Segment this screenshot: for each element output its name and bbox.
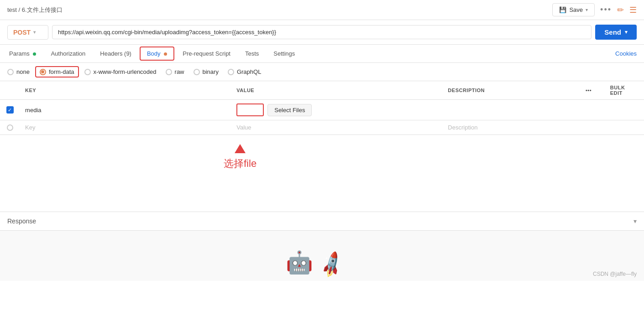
radio-binary-circle xyxy=(194,69,200,75)
tabs-bar: Params Authorization Headers (9) Body Pr… xyxy=(0,45,644,63)
new-row-checkbox-cell xyxy=(0,120,20,135)
method-select[interactable]: POST ▾ xyxy=(7,25,48,40)
th-value: VALUE xyxy=(231,81,442,100)
radio-form-data-label: form-data xyxy=(49,68,74,75)
new-row-desc-cell: Description xyxy=(442,120,580,135)
tab-cookies[interactable]: Cookies xyxy=(608,46,644,62)
response-chevron-icon: ▾ xyxy=(634,217,637,225)
radio-graphql-circle xyxy=(228,69,234,75)
new-row-key-cell: Key xyxy=(20,120,231,135)
new-row-value-placeholder: Value xyxy=(236,124,251,131)
method-chevron-icon: ▾ xyxy=(33,30,36,35)
breadcrumb-text: test / 6.文件上传接口 xyxy=(7,6,63,14)
send-label: Send xyxy=(604,28,621,36)
url-input[interactable] xyxy=(52,25,592,39)
tab-prerequest[interactable]: Pre-request Script xyxy=(175,46,238,62)
annotation-text: 选择file xyxy=(224,157,257,171)
rocket-illustration: 🚀 xyxy=(320,255,343,274)
th-check xyxy=(0,81,20,100)
edit-button[interactable]: ✏ xyxy=(617,5,624,15)
row-more-cell xyxy=(580,100,605,120)
arrow-icon xyxy=(235,144,246,153)
table-new-row: Key Value Description xyxy=(0,120,644,135)
method-label: POST xyxy=(13,29,31,36)
new-row-radio xyxy=(7,124,13,131)
radio-form-data-circle xyxy=(40,69,46,75)
radio-raw-label: raw xyxy=(175,68,184,75)
radio-raw-circle xyxy=(166,69,172,75)
radio-raw[interactable]: raw xyxy=(166,68,184,75)
row-checkbox-cell: ✓ xyxy=(0,100,20,120)
params-dot xyxy=(33,52,36,56)
new-row-desc-placeholder: Description xyxy=(448,124,477,131)
send-chevron-icon: ▾ xyxy=(625,29,628,35)
send-button[interactable]: Send ▾ xyxy=(595,25,637,40)
footer-brand: CSDN @jaffe—fly xyxy=(593,271,637,277)
radio-binary-label: binary xyxy=(203,68,219,75)
radio-urlencoded-label: x-www-form-urlencoded xyxy=(94,68,157,75)
save-button[interactable]: 💾 Save ▾ xyxy=(552,3,595,16)
header-bar: test / 6.文件上传接口 💾 Save ▾ ••• ✏ ☰ xyxy=(0,0,644,20)
radio-form-data[interactable]: form-data xyxy=(35,66,79,78)
new-row-key-placeholder: Key xyxy=(25,124,35,131)
row-checkbox[interactable]: ✓ xyxy=(6,106,14,114)
th-bulk-edit: Bulk Edit xyxy=(605,81,644,100)
th-key: KEY xyxy=(20,81,231,100)
new-row-value-cell: Value xyxy=(231,120,442,135)
radio-urlencoded-circle xyxy=(84,69,91,75)
tab-tests[interactable]: Tests xyxy=(238,46,266,62)
body-type-bar: none form-data x-www-form-urlencoded raw… xyxy=(0,63,644,81)
select-files-button[interactable]: Select Files xyxy=(267,104,312,116)
save-label: Save xyxy=(569,6,583,13)
breadcrumb: test / 6.文件上传接口 xyxy=(7,6,63,14)
row-key-input[interactable] xyxy=(25,107,225,114)
tab-params[interactable]: Params xyxy=(2,46,43,62)
illustration-area: 🤖 🚀 xyxy=(286,252,343,274)
save-icon: 💾 xyxy=(559,6,566,13)
tab-headers[interactable]: Headers (9) xyxy=(93,46,139,62)
body-dot xyxy=(164,52,167,56)
robot-illustration: 🤖 xyxy=(286,252,313,274)
save-chevron-icon: ▾ xyxy=(586,7,588,12)
tab-settings[interactable]: Settings xyxy=(266,46,302,62)
radio-binary[interactable]: binary xyxy=(194,68,219,75)
new-row-more-cell xyxy=(580,120,605,135)
footer-area: 🤖 🚀 CSDN @jaffe—fly xyxy=(0,231,644,281)
th-more: ••• xyxy=(580,81,605,100)
row-value-cell: Select Files xyxy=(231,100,442,120)
file-input-box[interactable] xyxy=(236,103,264,116)
radio-graphql[interactable]: GraphQL xyxy=(228,68,261,75)
header-actions: 💾 Save ▾ ••• ✏ ☰ xyxy=(552,3,637,16)
url-bar: POST ▾ Send ▾ xyxy=(0,20,644,45)
radio-urlencoded[interactable]: x-www-form-urlencoded xyxy=(84,68,157,75)
th-description: DESCRIPTION xyxy=(442,81,580,100)
response-label: Response xyxy=(7,217,36,225)
more-options-button[interactable]: ••• xyxy=(600,5,612,15)
row-desc-cell xyxy=(442,100,580,120)
radio-graphql-label: GraphQL xyxy=(237,68,261,75)
radio-none-circle xyxy=(7,69,14,75)
row-key-cell xyxy=(20,100,231,120)
params-table: KEY VALUE DESCRIPTION ••• Bulk Edit ✓ Se… xyxy=(0,81,644,135)
radio-none[interactable]: none xyxy=(7,68,30,75)
tab-authorization[interactable]: Authorization xyxy=(43,46,93,62)
response-bar[interactable]: Response ▾ xyxy=(0,212,644,231)
annotation-area: 选择file xyxy=(224,135,644,175)
radio-none-label: none xyxy=(16,68,30,75)
row-bulk-cell xyxy=(605,100,644,120)
tab-body[interactable]: Body xyxy=(140,47,174,61)
document-button[interactable]: ☰ xyxy=(629,5,637,15)
new-row-bulk-cell xyxy=(605,120,644,135)
value-cell-content: Select Files xyxy=(236,103,437,116)
table-row: ✓ Select Files xyxy=(0,100,644,120)
